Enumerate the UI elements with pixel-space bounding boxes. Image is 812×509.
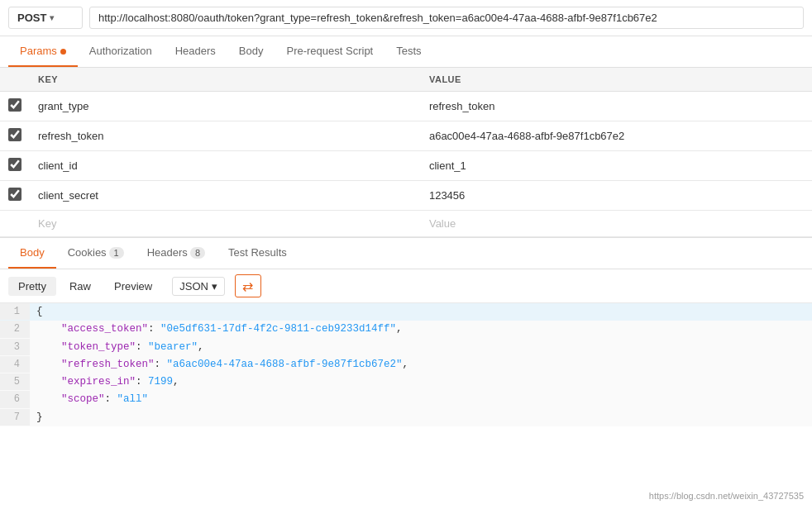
- code-line: 5 "expires_in": 7199,: [0, 373, 812, 391]
- tab-params[interactable]: Params: [8, 36, 78, 67]
- row-checkbox[interactable]: [8, 98, 21, 112]
- row-checkbox[interactable]: [8, 158, 21, 171]
- url-input[interactable]: [89, 7, 804, 29]
- col-key-header: KEY: [30, 68, 421, 92]
- format-chevron-icon: ▾: [212, 280, 217, 293]
- param-value: refresh_token: [421, 92, 812, 121]
- table-row: client_idclient_1: [0, 151, 812, 181]
- param-value: client_1: [421, 151, 812, 181]
- watermark: https://blog.csdn.net/weixin_43727535: [649, 491, 804, 501]
- line-number: 3: [0, 339, 30, 355]
- line-number: 7: [0, 409, 30, 426]
- param-key: refresh_token: [30, 121, 421, 151]
- method-text: POST: [17, 12, 46, 24]
- format-type-label: JSON: [179, 280, 208, 293]
- line-number: 5: [0, 373, 30, 390]
- method-select[interactable]: POST ▾: [8, 7, 83, 29]
- line-number: 6: [0, 391, 30, 407]
- param-value: 123456: [421, 181, 812, 211]
- param-key: Key: [30, 211, 421, 237]
- chevron-down-icon: ▾: [50, 13, 54, 22]
- code-line: 3 "token_type": "bearer",: [0, 339, 812, 356]
- tab-body[interactable]: Body: [227, 36, 275, 67]
- url-bar: POST ▾: [0, 0, 812, 36]
- response-tabs-bar: Body Cookies1 Headers8 Test Results: [0, 237, 812, 269]
- code-line: 1{: [0, 303, 812, 321]
- cookies-badge: 1: [109, 247, 124, 259]
- tab-pre-request-script[interactable]: Pre-request Script: [275, 36, 385, 67]
- format-preview-button[interactable]: Preview: [104, 277, 162, 296]
- param-key: client_id: [30, 151, 421, 181]
- col-value-header: VALUE: [421, 68, 812, 92]
- checkbox-cell: [0, 92, 30, 121]
- code-line: 6 "scope": "all": [0, 391, 812, 408]
- headers-badge: 8: [190, 247, 205, 259]
- param-value: Value: [421, 211, 812, 237]
- tab-authorization[interactable]: Authorization: [78, 36, 164, 67]
- checkbox-cell: [0, 211, 30, 237]
- code-line: 7}: [0, 409, 812, 426]
- format-raw-button[interactable]: Raw: [60, 277, 101, 296]
- code-line: 2 "access_token": "0e5df631-17df-4f2c-98…: [0, 321, 812, 338]
- format-type-select[interactable]: JSON ▾: [172, 277, 225, 296]
- tab-headers[interactable]: Headers: [164, 36, 227, 67]
- format-bar: Pretty Raw Preview JSON ▾ ⇄: [0, 269, 812, 303]
- row-checkbox[interactable]: [8, 128, 21, 141]
- line-number: 2: [0, 321, 30, 337]
- table-row: grant_typerefresh_token: [0, 92, 812, 121]
- row-checkbox[interactable]: [8, 188, 21, 201]
- response-tab-test-results[interactable]: Test Results: [217, 238, 299, 269]
- param-key: client_secret: [30, 181, 421, 211]
- response-code-block: 1{2 "access_token": "0e5df631-17df-4f2c-…: [0, 303, 812, 426]
- table-row: refresh_tokena6ac00e4-47aa-4688-afbf-9e8…: [0, 121, 812, 151]
- col-checkbox: [0, 68, 30, 92]
- line-number: 4: [0, 356, 30, 373]
- params-table: KEY VALUE grant_typerefresh_tokenrefresh…: [0, 68, 812, 237]
- checkbox-cell: [0, 181, 30, 211]
- code-line: 4 "refresh_token": "a6ac00e4-47aa-4688-a…: [0, 356, 812, 373]
- params-section: KEY VALUE grant_typerefresh_tokenrefresh…: [0, 68, 812, 237]
- param-key: grant_type: [30, 92, 421, 121]
- format-pretty-button[interactable]: Pretty: [8, 277, 56, 296]
- checkbox-cell: [0, 121, 30, 151]
- table-row: client_secret123456: [0, 181, 812, 211]
- response-tab-body[interactable]: Body: [8, 238, 56, 269]
- table-row: KeyValue: [0, 211, 812, 237]
- response-tab-headers[interactable]: Headers8: [136, 238, 217, 269]
- params-dot: [60, 49, 66, 55]
- param-value: a6ac00e4-47aa-4688-afbf-9e87f1cb67e2: [421, 121, 812, 151]
- line-number: 1: [0, 303, 30, 320]
- tab-tests[interactable]: Tests: [385, 36, 432, 67]
- request-tabs-bar: Params Authorization Headers Body Pre-re…: [0, 36, 812, 68]
- wrap-button[interactable]: ⇄: [235, 274, 261, 297]
- checkbox-cell: [0, 151, 30, 181]
- response-tab-cookies[interactable]: Cookies1: [56, 238, 136, 269]
